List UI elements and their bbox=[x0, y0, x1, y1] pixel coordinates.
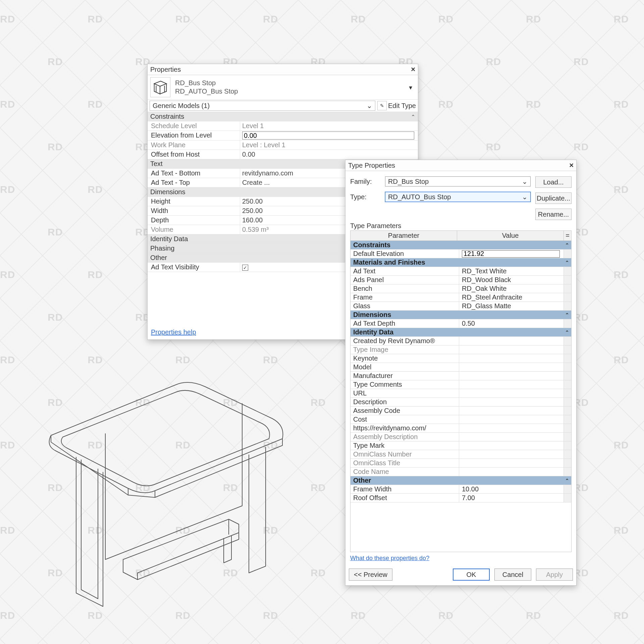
family-thumbnail bbox=[150, 77, 170, 97]
family-label: Family: bbox=[350, 178, 380, 185]
cat-materials[interactable]: Materials and Finishes⌃ bbox=[351, 258, 571, 267]
grid-header: Parameter Value = bbox=[351, 231, 571, 241]
type-properties-panel: Type Properties × Family: RD_Bus Stop ⌄ … bbox=[345, 160, 577, 586]
family-type-selector[interactable]: RD_Bus Stop RD_AUTO_Bus Stop ▼ bbox=[148, 75, 418, 100]
ad-text-visibility-checkbox[interactable]: ✓ bbox=[242, 265, 248, 271]
cancel-button[interactable]: Cancel bbox=[494, 569, 531, 581]
collapse-icon: ⌃ bbox=[411, 113, 415, 120]
row-created-by[interactable]: Created by Revit Dynamo® bbox=[351, 337, 571, 345]
properties-title-bar[interactable]: Properties × bbox=[148, 64, 418, 75]
row-ad-text-depth[interactable]: Ad Text Depth0.50 bbox=[351, 319, 571, 328]
collapse-icon: ⌃ bbox=[565, 312, 569, 318]
row-type-mark[interactable]: Type Mark bbox=[351, 441, 571, 450]
row-ads-panel-material[interactable]: Ads PanelRD_Wood Black bbox=[351, 276, 571, 284]
close-icon[interactable]: × bbox=[411, 65, 415, 74]
family-names: RD_Bus Stop RD_AUTO_Bus Stop bbox=[175, 79, 238, 96]
row-link[interactable]: https://revitdynamo.com/ bbox=[351, 424, 571, 433]
row-description[interactable]: Description bbox=[351, 398, 571, 407]
properties-info-link[interactable]: What do these properties do? bbox=[350, 555, 572, 562]
close-icon[interactable]: × bbox=[569, 161, 574, 170]
row-assembly-description: Assembly Description bbox=[351, 433, 571, 441]
properties-help-link[interactable]: Properties help bbox=[151, 328, 196, 336]
collapse-icon: ⌃ bbox=[565, 477, 569, 484]
edit-type-button[interactable]: ✎ Edit Type bbox=[377, 101, 416, 110]
row-schedule-level: Schedule LevelLevel 1 bbox=[148, 121, 418, 131]
bus-stop-wireframe bbox=[31, 372, 286, 627]
chevron-down-icon: ▼ bbox=[408, 85, 413, 91]
row-omniclass-title: OmniClass Title bbox=[351, 459, 571, 468]
cat-constraints[interactable]: Constraints⌃ bbox=[351, 241, 571, 250]
type-parameters-label: Type Parameters bbox=[350, 222, 572, 230]
type-select[interactable]: RD_AUTO_Bus Stop ⌄ bbox=[385, 192, 531, 202]
chevron-down-icon: ⌄ bbox=[522, 177, 528, 185]
row-cost[interactable]: Cost bbox=[351, 415, 571, 424]
load-button[interactable]: Load... bbox=[535, 176, 572, 188]
category-filter-select[interactable]: Generic Models (1) ⌄ bbox=[150, 101, 375, 111]
row-ad-text-material[interactable]: Ad TextRD_Text White bbox=[351, 267, 571, 276]
row-glass-material[interactable]: GlassRD_Glass Matte bbox=[351, 302, 571, 311]
row-code-name: Code Name bbox=[351, 468, 571, 476]
row-url[interactable]: URL bbox=[351, 389, 571, 398]
cat-dimensions[interactable]: Dimensions⌃ bbox=[351, 311, 571, 319]
row-type-image[interactable]: Type Image bbox=[351, 345, 571, 354]
collapse-icon: ⌃ bbox=[565, 259, 569, 266]
category-filter-text: Generic Models (1) bbox=[153, 102, 210, 110]
rename-button[interactable]: Rename... bbox=[535, 209, 572, 220]
family-type-name: RD_AUTO_Bus Stop bbox=[175, 87, 238, 96]
ok-button[interactable]: OK bbox=[453, 569, 490, 581]
chevron-down-icon: ⌄ bbox=[367, 102, 372, 110]
chevron-down-icon: ⌄ bbox=[522, 193, 528, 201]
collapse-icon: ⌃ bbox=[565, 329, 569, 335]
row-model[interactable]: Model bbox=[351, 363, 571, 372]
type-parameter-grid: Parameter Value = Constraints⌃ Default E… bbox=[350, 230, 572, 552]
row-frame-width[interactable]: Frame Width10.00 bbox=[351, 485, 571, 494]
col-parameter[interactable]: Parameter bbox=[351, 231, 457, 240]
properties-title: Properties bbox=[150, 66, 181, 73]
row-assembly-code[interactable]: Assembly Code bbox=[351, 407, 571, 415]
col-equals[interactable]: = bbox=[564, 231, 571, 240]
col-value[interactable]: Value bbox=[457, 231, 564, 240]
row-type-comments[interactable]: Type Comments bbox=[351, 380, 571, 389]
family-name: RD_Bus Stop bbox=[175, 79, 238, 87]
edit-type-label: Edit Type bbox=[388, 102, 416, 110]
duplicate-button[interactable]: Duplicate... bbox=[535, 193, 572, 204]
row-bench-material[interactable]: BenchRD_Oak White bbox=[351, 284, 571, 293]
default-elevation-input[interactable] bbox=[462, 250, 560, 258]
cat-other[interactable]: Other⌃ bbox=[351, 476, 571, 485]
row-elevation-from-level[interactable]: Elevation from Level bbox=[148, 131, 418, 141]
row-keynote[interactable]: Keynote bbox=[351, 354, 571, 363]
row-frame-material[interactable]: FrameRD_Steel Anthracite bbox=[351, 293, 571, 302]
row-default-elevation[interactable]: Default Elevation bbox=[351, 250, 571, 258]
row-roof-offset[interactable]: Roof Offset7.00 bbox=[351, 494, 571, 502]
edit-type-icon: ✎ bbox=[377, 101, 387, 110]
family-select[interactable]: RD_Bus Stop ⌄ bbox=[385, 176, 531, 186]
elevation-input[interactable] bbox=[242, 131, 414, 140]
row-omniclass-number: OmniClass Number bbox=[351, 450, 571, 459]
row-work-plane: Work PlaneLevel : Level 1 bbox=[148, 141, 418, 150]
preview-button[interactable]: << Preview bbox=[349, 569, 392, 581]
group-constraints[interactable]: Constraints⌃ bbox=[148, 112, 418, 121]
type-properties-title-bar[interactable]: Type Properties × bbox=[345, 160, 576, 171]
type-properties-title: Type Properties bbox=[348, 162, 395, 169]
apply-button[interactable]: Apply bbox=[536, 569, 573, 581]
collapse-icon: ⌃ bbox=[565, 242, 569, 248]
row-offset-from-host[interactable]: Offset from Host0.00 bbox=[148, 150, 418, 159]
cat-identity[interactable]: Identity Data⌃ bbox=[351, 328, 571, 337]
type-label: Type: bbox=[350, 193, 380, 201]
row-manufacturer[interactable]: Manufacturer bbox=[351, 372, 571, 380]
